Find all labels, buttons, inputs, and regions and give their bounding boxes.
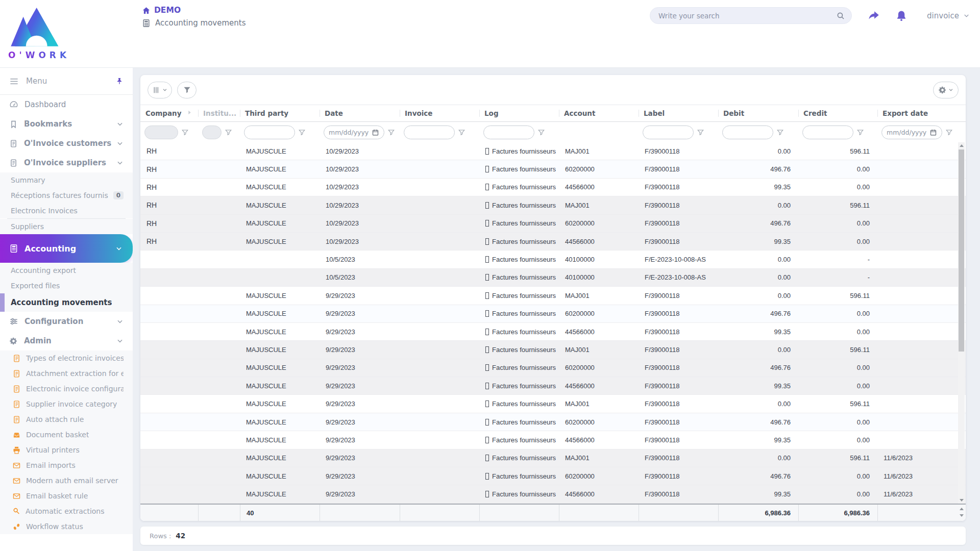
filter-funnel-icon[interactable] bbox=[387, 129, 395, 136]
sidebar-subitem-supplier-invoice-category[interactable]: Supplier invoice category bbox=[0, 396, 133, 412]
column-header-debit[interactable]: Debit bbox=[718, 105, 798, 121]
sidebar-item-dashboard[interactable]: Dashboard bbox=[0, 95, 133, 114]
sidebar-item-o-invoice-suppliers[interactable]: O'Invoice suppliers bbox=[0, 153, 133, 172]
column-header-company[interactable]: Company bbox=[140, 105, 198, 121]
table-row[interactable]: MAJUSCULE9/29/2023Factures fournisseursM… bbox=[140, 287, 966, 305]
table-row[interactable]: MAJUSCULE9/29/2023Factures fournisseurs6… bbox=[140, 413, 966, 431]
totals-scrollbar[interactable] bbox=[958, 505, 965, 520]
breadcrumb-root-link[interactable]: DEMO bbox=[142, 6, 246, 15]
column-header-third-party[interactable]: Third party bbox=[240, 105, 320, 121]
calendar-icon[interactable] bbox=[929, 129, 937, 136]
columns-button[interactable] bbox=[148, 82, 172, 98]
filter-funnel-icon[interactable] bbox=[458, 129, 465, 136]
sidebar-subitem-email-basket-rule[interactable]: Email basket rule bbox=[0, 488, 133, 504]
sidebar-subitem-electronic-invoice-configuration[interactable]: Electronic invoice configuration bbox=[0, 381, 133, 396]
table-row[interactable]: MAJUSCULE9/29/2023Factures fournisseurs4… bbox=[140, 323, 966, 341]
table-row[interactable]: MAJUSCULE9/29/2023Factures fournisseursM… bbox=[140, 395, 966, 413]
sidebar-subitem-r-ceptions-factures-fournisseurs[interactable]: Réceptions factures fournisseurs0 bbox=[0, 188, 133, 203]
sidebar-menu-toggle[interactable]: Menu bbox=[0, 68, 133, 94]
table-row[interactable]: MAJUSCULE9/29/2023Factures fournisseursM… bbox=[140, 449, 966, 467]
column-header-institution[interactable]: Institu... bbox=[198, 105, 240, 121]
table-row[interactable]: MAJUSCULE9/29/2023Factures fournisseurs4… bbox=[140, 431, 966, 449]
calendar-icon[interactable] bbox=[372, 129, 379, 136]
table-row[interactable]: MAJUSCULE9/29/2023Factures fournisseurs6… bbox=[140, 305, 966, 323]
filter-funnel-icon[interactable] bbox=[537, 129, 545, 136]
share-icon[interactable] bbox=[867, 9, 880, 22]
sidebar-subitem-electronic-invoices[interactable]: Electronic Invoices bbox=[0, 203, 133, 218]
date-filter-date-input[interactable]: mm/dd/yyyy bbox=[324, 126, 384, 139]
table-row[interactable]: RHMAJUSCULE10/29/2023Factures fournisseu… bbox=[140, 196, 966, 214]
table-row[interactable]: RHMAJUSCULE10/29/2023Factures fournisseu… bbox=[140, 233, 966, 251]
filter-funnel-icon[interactable] bbox=[181, 129, 189, 136]
filter-funnel-icon[interactable] bbox=[945, 129, 953, 136]
table-row[interactable]: 10/5/2023Factures fournisseurs40100000F/… bbox=[140, 269, 966, 287]
scroll-down-arrow[interactable] bbox=[958, 497, 965, 504]
scroll-up-arrow[interactable] bbox=[958, 142, 965, 149]
search-icon[interactable] bbox=[836, 11, 845, 20]
sidebar-item-o-invoice-customers[interactable]: O'Invoice customers bbox=[0, 134, 133, 153]
scrollbar-thumb[interactable] bbox=[959, 149, 964, 352]
sidebar-subitem-types-of-electronic-invoices[interactable]: Types of electronic invoices bbox=[0, 350, 133, 366]
sidebar-subitem-auto-attach-rule[interactable]: Auto attach rule bbox=[0, 412, 133, 427]
totals-scroll-up-arrow[interactable] bbox=[958, 506, 965, 512]
cell-date: 10/5/2023 bbox=[320, 273, 400, 281]
filter-funnel-icon[interactable] bbox=[776, 129, 784, 136]
invoice-filter-input[interactable] bbox=[404, 126, 455, 139]
label-filter-input[interactable] bbox=[643, 126, 694, 139]
cell-account: MAJ001 bbox=[559, 346, 639, 354]
table-row[interactable]: RHMAJUSCULE10/29/2023Factures fournisseu… bbox=[140, 179, 966, 196]
sidebar-subitem-accounting-movements[interactable]: Accounting movements bbox=[0, 293, 133, 312]
rows-value: 42 bbox=[176, 532, 185, 540]
table-row[interactable]: 10/5/2023Factures fournisseurs40100000F/… bbox=[140, 251, 966, 268]
vertical-scrollbar[interactable] bbox=[958, 142, 965, 504]
column-header-date[interactable]: Date bbox=[320, 105, 400, 121]
column-header-label[interactable]: Label bbox=[639, 105, 718, 121]
table-row[interactable]: RHMAJUSCULE10/29/2023Factures fournisseu… bbox=[140, 160, 966, 178]
third-party-filter-input[interactable] bbox=[244, 126, 295, 139]
sidebar-item-configuration[interactable]: Configuration bbox=[0, 312, 133, 331]
sidebar-subitem-virtual-printers[interactable]: Virtual printers bbox=[0, 442, 133, 458]
sidebar-subitem-document-basket[interactable]: Document basket bbox=[0, 427, 133, 442]
table-row[interactable]: MAJUSCULE9/29/2023Factures fournisseurs4… bbox=[140, 485, 966, 503]
bell-icon[interactable] bbox=[895, 10, 908, 22]
column-header-account[interactable]: Account bbox=[559, 105, 639, 121]
sidebar-subitem-automatic-extractions[interactable]: Automatic extractions bbox=[0, 504, 133, 519]
column-header-log[interactable]: Log bbox=[479, 105, 559, 121]
export-date-filter-date-input[interactable]: mm/dd/yyyy bbox=[881, 126, 942, 139]
filter-funnel-icon[interactable] bbox=[697, 129, 704, 136]
sidebar-subitem-accounting-export[interactable]: Accounting export bbox=[0, 263, 133, 278]
sidebar-group-accounting[interactable]: Accounting bbox=[0, 234, 133, 263]
credit-filter-input[interactable] bbox=[802, 126, 853, 139]
totals-scroll-down-arrow[interactable] bbox=[958, 512, 965, 519]
sidebar-item-bookmarks[interactable]: Bookmarks bbox=[0, 114, 133, 134]
debit-filter-input[interactable] bbox=[722, 126, 773, 139]
sidebar-subitem-suppliers[interactable]: Suppliers bbox=[0, 219, 133, 234]
table-row[interactable]: RHMAJUSCULE10/29/2023Factures fournisseu… bbox=[140, 142, 966, 160]
filter-funnel-icon[interactable] bbox=[856, 129, 864, 136]
sidebar-subitem-attachment-extraction-for-electron[interactable]: Attachment extraction for electron bbox=[0, 366, 133, 381]
sidebar-subitem-exported-files[interactable]: Exported files bbox=[0, 278, 133, 293]
sidebar-subitem-email-imports[interactable]: Email imports bbox=[0, 458, 133, 473]
table-row[interactable]: RHMAJUSCULE10/29/2023Factures fournisseu… bbox=[140, 215, 966, 233]
sidebar-item-admin[interactable]: Admin bbox=[0, 331, 133, 350]
filter-funnel-icon[interactable] bbox=[298, 129, 306, 136]
search-input[interactable] bbox=[658, 12, 836, 20]
total-cell-date bbox=[320, 505, 400, 521]
user-menu[interactable]: dinvoice bbox=[927, 11, 970, 20]
filter-button[interactable] bbox=[177, 82, 197, 98]
sidebar-subitem-summary[interactable]: Summary bbox=[0, 172, 133, 188]
column-header-credit[interactable]: Credit bbox=[798, 105, 877, 121]
filter-funnel-icon[interactable] bbox=[225, 129, 232, 136]
sidebar-subitem-workflow-status[interactable]: Workflow status bbox=[0, 519, 133, 534]
table-row[interactable]: MAJUSCULE9/29/2023Factures fournisseurs6… bbox=[140, 359, 966, 377]
cell-date: 9/29/2023 bbox=[320, 490, 400, 498]
settings-button[interactable] bbox=[933, 82, 959, 98]
column-header-invoice[interactable]: Invoice bbox=[400, 105, 479, 121]
sidebar-subitem-modern-auth-email-server[interactable]: Modern auth email server bbox=[0, 473, 133, 488]
table-row[interactable]: MAJUSCULE9/29/2023Factures fournisseurs6… bbox=[140, 467, 966, 485]
column-header-export-date[interactable]: Export date bbox=[877, 105, 959, 121]
log-filter-input[interactable] bbox=[483, 126, 534, 139]
table-row[interactable]: MAJUSCULE9/29/2023Factures fournisseursM… bbox=[140, 341, 966, 359]
table-row[interactable]: MAJUSCULE9/29/2023Factures fournisseurs4… bbox=[140, 377, 966, 395]
cell-debit: 99.35 bbox=[718, 436, 798, 444]
